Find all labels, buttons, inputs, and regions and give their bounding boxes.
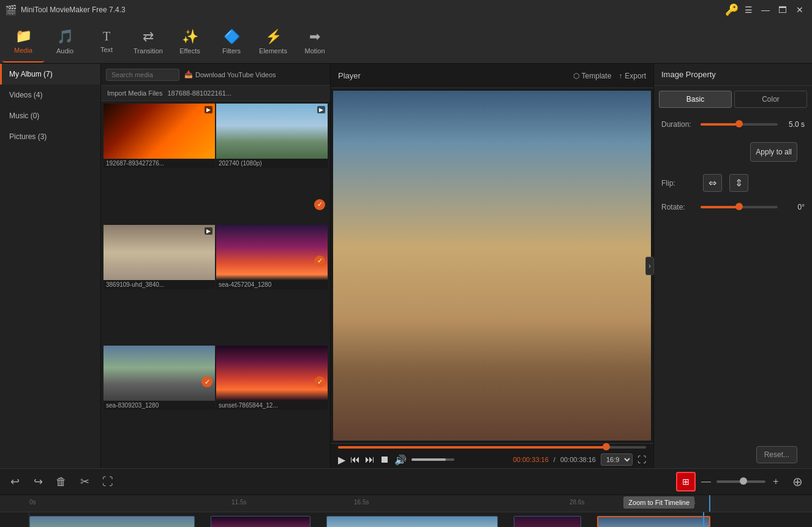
media-item-mountain[interactable]: ▶ ✓ 202740 (1080p) bbox=[216, 104, 328, 224]
next-button[interactable]: ⏭ bbox=[365, 454, 375, 465]
duration-fill bbox=[701, 123, 739, 126]
media-label-sunset-red: sea-4257204_1280 bbox=[216, 280, 328, 289]
bottom-toolbar: ↩ ↪ 🗑 ✂ ⛶ ⊞ Zoom to Fit Timeline — + ⊕ bbox=[0, 468, 812, 495]
reset-button[interactable]: Reset... bbox=[756, 446, 797, 463]
duration-label: Duration: bbox=[661, 120, 696, 129]
titlebar-controls: 🔑 ☰ — 🗖 ✕ bbox=[725, 2, 807, 17]
flip-row: Flip: ⇔ ⇕ bbox=[661, 174, 805, 192]
toolbar-label-effects: Effects bbox=[179, 47, 200, 55]
timeline-clip-dunes[interactable] bbox=[597, 516, 710, 528]
volume-button[interactable]: 🔊 bbox=[394, 454, 407, 466]
rotate-slider[interactable] bbox=[701, 206, 778, 208]
toolbar-item-text[interactable]: T Text bbox=[86, 21, 127, 63]
rotate-handle[interactable] bbox=[735, 203, 743, 210]
timeline-clip-sunset-a[interactable] bbox=[211, 516, 310, 528]
flip-vertical-button[interactable]: ⇕ bbox=[729, 174, 748, 192]
media-label-fire: 192687-893427276... bbox=[103, 159, 215, 168]
undo-button[interactable]: ↩ bbox=[5, 472, 24, 491]
search-input[interactable] bbox=[106, 69, 179, 81]
motion-icon: ➡ bbox=[309, 29, 320, 45]
titlebar: 🎬 MiniTool MovieMaker Free 7.4.3 🔑 ☰ — 🗖… bbox=[0, 0, 812, 20]
media-check-road: ✓ bbox=[201, 376, 212, 387]
media-panel: 📥 Download YouTube Videos Import Media F… bbox=[101, 64, 331, 468]
cut-button[interactable]: ✂ bbox=[75, 472, 94, 491]
toolbar-item-elements[interactable]: ⚡ Elements bbox=[252, 21, 294, 63]
zoom-handle[interactable] bbox=[740, 477, 747, 485]
flip-horizontal-button[interactable]: ⇔ bbox=[703, 174, 722, 192]
export-button[interactable]: ↑ Export bbox=[618, 72, 646, 80]
timeline-clip-road[interactable]: 🔊 bbox=[29, 516, 195, 528]
toolbar-label-elements: Elements bbox=[259, 47, 287, 55]
aspect-ratio-select[interactable]: 16:94:31:19:16 bbox=[601, 453, 633, 466]
toolbar-item-effects[interactable]: ✨ Effects bbox=[169, 21, 211, 63]
export-label: Export bbox=[625, 72, 646, 80]
titlebar-left: 🎬 MiniTool MovieMaker Free 7.4.3 bbox=[5, 4, 126, 16]
download-youtube-button[interactable]: 📥 Download YouTube Videos bbox=[184, 70, 276, 78]
video-track: 🔊 ⇄ ⇄ 🔊 ⇄ bbox=[29, 512, 812, 527]
rotate-label: Rotate: bbox=[661, 203, 696, 211]
timeline-clip-sunset-b[interactable] bbox=[514, 516, 581, 528]
media-item-sunset-red[interactable]: ✓ sea-4257204_1280 bbox=[216, 225, 328, 345]
toolbar-item-motion[interactable]: ➡ Motion bbox=[294, 21, 336, 63]
toolbar-item-filters[interactable]: 🔷 Filters bbox=[211, 21, 252, 63]
zoom-in-button[interactable]: + bbox=[768, 474, 784, 490]
rotate-fill bbox=[701, 206, 739, 208]
properties-panel: Image Property Basic Color Duration: 5.0… bbox=[654, 64, 812, 468]
panel-collapse-button[interactable]: › bbox=[645, 257, 654, 275]
fit-timeline-button[interactable]: ⊞ Zoom to Fit Timeline bbox=[676, 472, 696, 491]
duration-value: 5.0 s bbox=[783, 120, 805, 129]
timeline-clip-beach[interactable]: 🔊 bbox=[326, 516, 498, 528]
progress-bar[interactable] bbox=[338, 446, 646, 449]
duration-slider[interactable] bbox=[701, 123, 778, 126]
media-label-cat: 3869109-uhd_3840... bbox=[103, 280, 215, 289]
sidebar-item-pictures[interactable]: Pictures (3) bbox=[0, 126, 100, 147]
stop-button[interactable]: ⏹ bbox=[380, 454, 389, 465]
import-bar: Import Media Files 187688-881022161... bbox=[101, 86, 330, 101]
volume-bar[interactable] bbox=[412, 458, 454, 461]
transition-2[interactable]: ⇄ bbox=[310, 516, 326, 528]
fullscreen-button[interactable]: ⛶ bbox=[637, 455, 646, 464]
template-button[interactable]: ⬡ Template bbox=[573, 72, 612, 80]
media-item-road[interactable]: ✓ sea-8309203_1280 bbox=[103, 346, 215, 466]
media-item-cat[interactable]: ▶ 3869109-uhd_3840... bbox=[103, 225, 215, 345]
media-grid: ▶ 192687-893427276... ▶ ✓ 202740 (1080p)… bbox=[101, 101, 330, 468]
add-media-button[interactable]: ⊕ bbox=[788, 472, 807, 491]
minimize-button[interactable]: — bbox=[758, 2, 773, 17]
duration-handle[interactable] bbox=[735, 120, 743, 127]
toolbar-item-audio[interactable]: 🎵 Audio bbox=[44, 21, 86, 63]
zoom-slider[interactable] bbox=[716, 480, 765, 483]
flip-label: Flip: bbox=[661, 179, 696, 188]
filters-icon: 🔷 bbox=[224, 29, 240, 45]
sidebar-item-videos[interactable]: Videos (4) bbox=[0, 85, 100, 105]
maximize-button[interactable]: 🗖 bbox=[775, 2, 790, 17]
duration-row: Duration: 5.0 s bbox=[661, 120, 805, 129]
prev-button[interactable]: ⏮ bbox=[350, 454, 360, 465]
toolbar-item-transition[interactable]: ⇄ Transition bbox=[127, 21, 169, 63]
media-item-sunset2[interactable]: ✓ sunset-7865844_12... bbox=[216, 346, 328, 466]
sidebar-item-my-album[interactable]: My Album (7) bbox=[0, 64, 100, 85]
toolbar-label-transition: Transition bbox=[133, 47, 163, 55]
tab-basic[interactable]: Basic bbox=[659, 91, 732, 108]
progress-handle[interactable] bbox=[603, 443, 610, 450]
transition-1[interactable]: ⇄ bbox=[195, 516, 211, 528]
player-section: Player ⬡ Template ↑ Export bbox=[331, 64, 654, 468]
transition-icon: ⇄ bbox=[143, 29, 154, 45]
elements-icon: ⚡ bbox=[265, 29, 282, 45]
delete-button[interactable]: 🗑 bbox=[51, 472, 71, 491]
sidebar-item-music[interactable]: Music (0) bbox=[0, 105, 100, 126]
controls-row: ▶ ⏮ ⏭ ⏹ 🔊 00:00:33:16 / 00:00:38:16 bbox=[338, 453, 646, 466]
toolbar-item-media[interactable]: 📁 Media bbox=[2, 21, 44, 63]
transition-4[interactable]: ⇄ bbox=[581, 516, 597, 528]
import-media-link[interactable]: Import Media Files bbox=[107, 89, 162, 97]
zoom-out-button[interactable]: — bbox=[698, 474, 714, 490]
play-button[interactable]: ▶ bbox=[338, 454, 345, 466]
media-item-fire[interactable]: ▶ 192687-893427276... bbox=[103, 104, 215, 224]
crop-button[interactable]: ⛶ bbox=[98, 472, 118, 491]
transition-3[interactable]: ⇄ bbox=[498, 516, 514, 528]
redo-button[interactable]: ↪ bbox=[28, 472, 48, 491]
download-icon: 📥 bbox=[184, 70, 193, 78]
menu-button[interactable]: ☰ bbox=[741, 2, 756, 17]
apply-to-all-button[interactable]: Apply to all bbox=[750, 142, 797, 162]
close-button[interactable]: ✕ bbox=[792, 2, 807, 17]
tab-color[interactable]: Color bbox=[734, 91, 807, 108]
